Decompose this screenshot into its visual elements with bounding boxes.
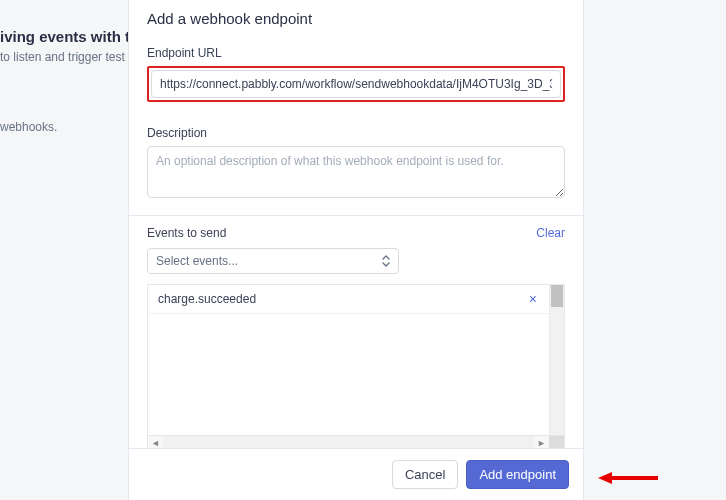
endpoint-url-label: Endpoint URL <box>147 46 565 60</box>
endpoint-url-section: Endpoint URL <box>129 36 583 116</box>
annotation-arrow-icon <box>598 470 658 486</box>
modal-footer: Cancel Add endpoint <box>129 448 583 500</box>
modal-body: Endpoint URL Description Events to send … <box>129 36 583 448</box>
endpoint-url-input[interactable] <box>151 70 561 98</box>
events-list-container: charge.succeeded × <box>129 284 583 436</box>
events-label: Events to send <box>147 226 226 240</box>
description-section: Description <box>129 116 583 215</box>
events-select[interactable]: Select events... <box>147 248 399 274</box>
event-item-name: charge.succeeded <box>158 292 256 306</box>
horizontal-scrollbar[interactable]: ◄ ► <box>147 436 565 448</box>
background-heading-fragment: iving events with t <box>0 28 130 45</box>
events-header: Events to send Clear <box>129 216 583 248</box>
event-item: charge.succeeded × <box>148 285 549 314</box>
events-select-wrap: Select events... <box>129 248 583 284</box>
add-endpoint-button[interactable]: Add endpoint <box>466 460 569 489</box>
endpoint-url-highlight-box <box>147 66 565 102</box>
events-list-inner[interactable]: charge.succeeded × <box>148 285 549 435</box>
events-select-placeholder: Select events... <box>156 254 238 268</box>
remove-event-icon[interactable]: × <box>527 291 539 307</box>
description-textarea[interactable] <box>147 146 565 198</box>
scroll-right-arrow-icon[interactable]: ► <box>534 438 549 448</box>
svg-marker-1 <box>598 472 612 484</box>
cancel-button[interactable]: Cancel <box>392 460 458 489</box>
background-subtitle-fragment: to listen and trigger test mo <box>0 50 145 64</box>
scroll-left-arrow-icon[interactable]: ◄ <box>148 438 163 448</box>
events-list: charge.succeeded × <box>147 284 565 436</box>
vertical-scrollbar-thumb[interactable] <box>551 285 563 307</box>
description-label: Description <box>147 126 565 140</box>
vertical-scrollbar[interactable] <box>549 285 564 435</box>
add-webhook-modal: Add a webhook endpoint Endpoint URL Desc… <box>128 0 584 500</box>
modal-title: Add a webhook endpoint <box>129 0 583 36</box>
updown-chevron-icon <box>382 255 390 267</box>
background-webhooks-text: webhooks. <box>0 120 57 134</box>
scrollbar-corner <box>549 436 564 448</box>
clear-events-link[interactable]: Clear <box>536 226 565 240</box>
horizontal-scrollbar-track[interactable] <box>163 436 534 448</box>
